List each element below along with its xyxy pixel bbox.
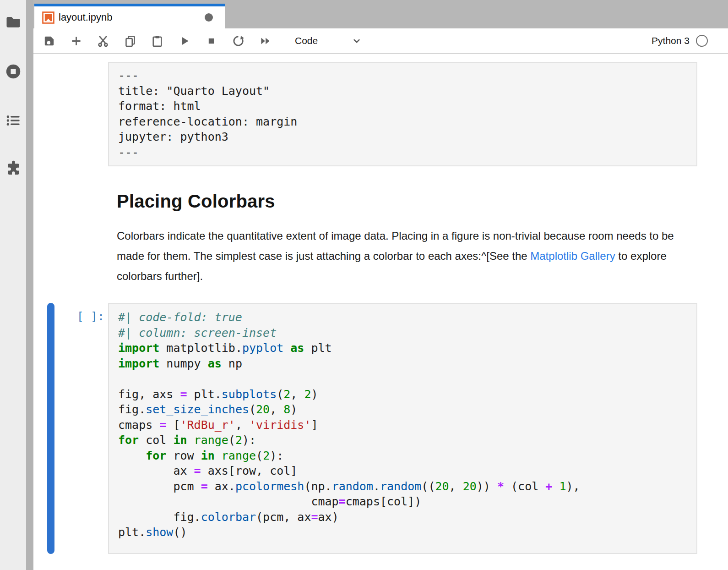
raw-line: format: html (118, 99, 687, 114)
code-line: ax = axs[row, col] (118, 463, 696, 479)
copy-cells-button[interactable] (121, 32, 139, 50)
save-button[interactable] (40, 32, 58, 50)
tab-title: layout.ipynb (59, 11, 112, 23)
cell-type-dropdown[interactable]: Code (295, 35, 363, 47)
code-line: fig.set_size_inches(20, 8) (118, 402, 696, 417)
notebook-file-icon (42, 11, 54, 24)
main-area: layout.ipynb (33, 0, 728, 570)
running-sessions-icon[interactable] (5, 63, 22, 80)
kernel-indicator[interactable]: Python 3 (652, 35, 708, 47)
code-line: #| column: screen-inset (118, 325, 696, 341)
tab-layout-ipynb[interactable]: layout.ipynb (34, 4, 225, 28)
interrupt-kernel-button[interactable] (202, 32, 220, 50)
code-line: fig, axs = plt.subplots(2, 2) (118, 387, 696, 402)
raw-yaml-cell[interactable]: ---title: "Quarto Layout"format: htmlref… (108, 62, 697, 166)
restart-kernel-button[interactable] (229, 32, 247, 50)
insert-cell-below-button[interactable] (67, 32, 85, 50)
cut-cells-button[interactable] (94, 32, 112, 50)
markdown-paragraph: Colorbars indicate the quantitative exte… (117, 226, 681, 286)
code-line: pcm = ax.pcolormesh(np.random.random((20… (118, 479, 696, 494)
input-prompt: [ ]: (54, 303, 108, 554)
sidebar-divider[interactable] (26, 0, 33, 570)
restart-and-run-all-button[interactable] (256, 32, 274, 50)
raw-line: title: "Quarto Layout" (118, 83, 687, 99)
code-line: #| code-fold: true (118, 310, 696, 325)
code-line: plt.show() (118, 525, 696, 540)
left-sidebar (0, 0, 26, 570)
code-cell-row: [ ]: #| code-fold: true#| column: screen… (47, 303, 697, 554)
raw-line: jupyter: python3 (118, 129, 687, 145)
code-line: cmaps = ['RdBu_r', 'viridis'] (118, 417, 696, 433)
paste-cells-button[interactable] (148, 32, 166, 50)
run-cell-button[interactable] (175, 32, 193, 50)
raw-cell-row: ---title: "Quarto Layout"format: htmlref… (108, 62, 697, 166)
markdown-cell[interactable]: Placing Colorbars Colorbars indicate the… (117, 189, 697, 286)
raw-line: --- (118, 68, 687, 83)
table-of-contents-icon[interactable] (5, 112, 22, 129)
kernel-status-icon[interactable] (696, 35, 708, 47)
code-cell-editor[interactable]: #| code-fold: true#| column: screen-inse… (108, 303, 697, 554)
raw-line: --- (118, 145, 687, 160)
code-line: for col in range(2): (118, 433, 696, 448)
code-line: import matplotlib.pyplot as plt (118, 340, 696, 356)
file-browser-icon[interactable] (5, 13, 22, 31)
raw-line: reference-location: margin (118, 114, 687, 130)
code-line: cmap=cmaps[col]) (118, 494, 696, 510)
code-line: fig.colorbar(pcm, ax=ax) (118, 510, 696, 525)
page-title: Placing Colorbars (117, 189, 697, 213)
unsaved-changes-dot[interactable] (205, 13, 213, 22)
code-line: import numpy as np (118, 356, 696, 372)
notebook-toolbar: Code Python 3 (33, 28, 728, 54)
active-cell-collapser[interactable] (47, 303, 54, 554)
tab-bar: layout.ipynb (33, 0, 728, 28)
cell-type-value: Code (295, 35, 318, 46)
chevron-down-icon (351, 35, 363, 47)
jupyterlab-window: layout.ipynb (0, 0, 728, 570)
code-line: for row in range(2): (118, 448, 696, 464)
code-line (118, 371, 696, 387)
notebook-content: ---title: "Quarto Layout"format: htmlref… (33, 54, 728, 570)
kernel-name: Python 3 (652, 35, 690, 46)
extension-manager-icon[interactable] (5, 159, 22, 177)
